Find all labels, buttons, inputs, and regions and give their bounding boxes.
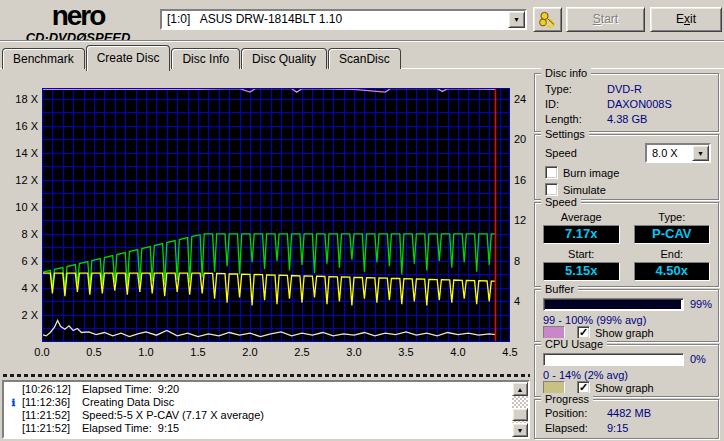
info-icon [5,409,22,422]
event-log-lines: [10:26:12]Elapsed Time: 9:20 ℹ[11:12:36]… [5,383,511,436]
average-speed-cell: Average7.17x [543,211,620,244]
cpu-percent: 0% [690,353,706,365]
y-axis-left-tick: 4 X [4,282,38,294]
y-axis-left-tick: 6 X [4,255,38,267]
end-speed-cell: End:4.50x [634,248,711,281]
progress-title: Progress [541,393,593,405]
speed-selector[interactable]: 8.0 X ▼ [645,143,711,163]
x-axis-tick: 3.5 [390,346,422,358]
x-axis-tick: 2.5 [286,346,318,358]
keys-icon [538,11,558,29]
y-axis-left-tick: 12 X [4,174,38,186]
disc-id-row: ID:DAXON008S [545,98,710,110]
speed-selector-value: 8.0 X [647,145,692,161]
info-icon [5,383,22,396]
x-axis-tick: 4.0 [442,346,474,358]
disc-type-row: Type:DVD-R [545,83,710,95]
log-scrollbar[interactable]: ▲ ▼ [512,382,528,437]
scroll-down-icon[interactable]: ▼ [512,423,528,437]
tab-disc-info[interactable]: Disc Info [171,48,240,69]
chart-plot-area [42,88,510,342]
y-axis-left-tick: 10 X [4,201,38,213]
x-axis-tick: 1.5 [182,346,214,358]
elapsed-row: Elapsed:9:15 [545,422,710,434]
buffer-range: 99 - 100% (99% avg) [543,314,646,326]
speed-title: Speed [541,196,581,208]
end-speed-value: 4.50x [634,262,711,281]
drive-selector-value: [1:0] ASUS DRW-1814BLT 1.10 [162,11,508,28]
exit-button[interactable]: Exit [650,7,722,32]
simulate-row: Simulate [545,183,606,196]
progress-group: Progress Position:4482 MB Elapsed:9:15 [534,399,719,439]
cpu-bar [543,353,684,366]
start-speed-cell: Start:5.15x [543,248,620,281]
x-axis-tick: 3.0 [338,346,370,358]
start-button[interactable]: Start [566,7,645,32]
app-logo: nero CD·DVDØSPEED [4,2,152,44]
buffer-bar [543,298,684,311]
buffer-title: Buffer [541,283,578,295]
speed-type-value: P-CAV [634,225,711,244]
options-button[interactable] [533,7,562,32]
tab-scandisc[interactable]: ScanDisc [328,48,401,69]
info-icon: ℹ [5,396,22,409]
disc-info-title: Disc info [541,67,591,79]
log-line: [10:26:12]Elapsed Time: 9:20 [5,383,511,396]
settings-title: Settings [541,128,589,140]
speed-type-cell: Type:P-CAV [634,211,711,244]
tab-benchmark[interactable]: Benchmark [2,48,85,69]
chevron-down-icon[interactable]: ▼ [692,145,709,161]
buffer-percent: 99% [690,298,712,310]
drive-selector[interactable]: [1:0] ASUS DRW-1814BLT 1.10 ▼ [160,9,527,30]
cpu-usage-title: CPU Usage [541,338,607,350]
settings-group: Settings Speed 8.0 X ▼ Burn image Simula… [534,134,719,200]
scroll-up-icon[interactable]: ▲ [512,382,528,396]
event-log: [10:26:12]Elapsed Time: 9:20 ℹ[11:12:36]… [2,380,530,439]
info-icon [5,422,22,435]
x-axis-tick: 2.0 [234,346,266,358]
cd-dvd-speed-logo: CD·DVDØSPEED [4,31,152,44]
nero-logo: nero [4,2,152,30]
buffer-group: Buffer 99% 99 - 100% (99% avg) ✓ Show gr… [534,289,719,342]
average-speed-value: 7.17x [543,225,620,244]
tab-disc-quality[interactable]: Disc Quality [241,48,327,69]
x-axis-tick: 0.5 [78,346,110,358]
y-axis-left-tick: 8 X [4,228,38,240]
disc-info-group: Disc info Type:DVD-R ID:DAXON008S Length… [534,73,719,132]
x-axis-tick: 0.0 [26,346,58,358]
toolbar-separator [0,40,724,42]
y-axis-left-tick: 18 X [4,93,38,105]
chart-svg [42,88,510,342]
y-axis-left-tick: 14 X [4,147,38,159]
log-line: ℹ[11:12:36]Creating Data Disc [5,396,511,409]
cpu-usage-group: CPU Usage 0% 0 - 14% (2% avg) ✓ Show gra… [534,344,719,397]
tab-create-disc[interactable]: Create Disc [86,45,171,71]
disc-length-row: Length:4.38 GB [545,113,710,125]
y-axis-left-tick: 16 X [4,120,38,132]
simulate-checkbox[interactable] [545,183,558,196]
buffer-bar-fill [545,300,681,309]
start-speed-value: 5.15x [543,262,620,281]
burn-image-checkbox[interactable] [545,166,558,179]
tab-bar: Benchmark Create Disc Disc Info Disc Qua… [2,44,401,69]
cpu-range: 0 - 14% (2% avg) [543,369,628,381]
x-axis-tick: 4.5 [494,346,526,358]
log-line: [11:21:52]Elapsed Time: 9:15 [5,422,511,435]
position-row: Position:4482 MB [545,407,710,419]
chevron-down-icon[interactable]: ▼ [508,11,525,28]
burn-image-row: Burn image [545,166,619,179]
x-axis-tick: 1.0 [130,346,162,358]
speed-group: Speed Average7.17x Type:P-CAV Start:5.15… [534,202,719,287]
log-line: [11:21:52]Speed:5-5 X P-CAV (7.17 X aver… [5,409,511,422]
y-axis-left-tick: 2 X [4,309,38,321]
scrollbar-thumb[interactable] [512,408,528,421]
splitter-handle[interactable] [3,374,530,377]
